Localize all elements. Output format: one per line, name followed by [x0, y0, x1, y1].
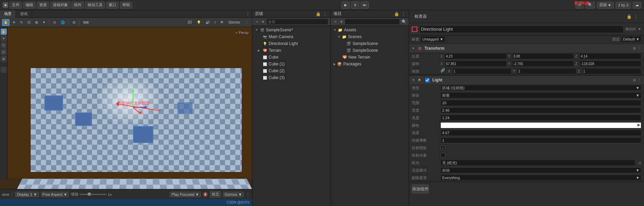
scene-more[interactable]: ⋮: [243, 19, 250, 26]
light-enable-checkbox[interactable]: [425, 78, 430, 82]
cloud-button[interactable]: ☁: [633, 2, 641, 9]
light-flare-dropdown[interactable]: 无 (眩光): [440, 160, 635, 166]
scene-options[interactable]: ⋮: [244, 12, 252, 16]
tag-dropdown[interactable]: Untagged ▼: [421, 36, 445, 42]
tab-scene[interactable]: 场景: [0, 10, 16, 18]
transform-action-2[interactable]: ⋮: [638, 46, 641, 51]
menu-help[interactable]: 帮助: [120, 2, 132, 9]
project-search-input[interactable]: [345, 19, 400, 25]
project-item-samplescene1[interactable]: 🎬 SampleScene: [331, 40, 409, 47]
tree-item-cube2[interactable]: ⬜ Cube (2): [252, 67, 330, 74]
tree-item-cube3[interactable]: ⬜ Cube (3): [252, 74, 330, 81]
transform-action-1[interactable]: ⚙: [633, 46, 636, 51]
left-tool-6[interactable]: ⋮: [1, 67, 7, 73]
play-button[interactable]: ▶: [342, 1, 350, 9]
tree-item-samplescene[interactable]: ▼ 🎬 SampleScene*: [252, 27, 330, 33]
left-tool-4[interactable]: ⊡: [1, 49, 7, 55]
light-range-input[interactable]: [440, 100, 641, 106]
aspect-dropdown[interactable]: Free Aspect ▼: [41, 192, 69, 197]
project-item-scenes[interactable]: ▼ 📁 Scenes: [331, 33, 409, 40]
light-toggle[interactable]: 💡: [195, 19, 203, 26]
light-shape-dropdown[interactable]: 矩形 ▼: [440, 92, 641, 98]
menu-edit[interactable]: 编辑: [23, 2, 35, 9]
rotate-tool[interactable]: ↻: [18, 19, 25, 26]
left-tool-3[interactable]: ↻: [1, 42, 7, 48]
inspector-more[interactable]: ⋮: [633, 14, 639, 19]
tree-item-terrain[interactable]: ▶ 🌄 Terrain: [252, 47, 330, 54]
grid-tool[interactable]: ⊞⊞: [81, 19, 90, 26]
project-item-assets[interactable]: ▼ 📁 Assets: [331, 27, 409, 33]
fx-toggle[interactable]: Ⅰ: [213, 19, 217, 26]
rot-x-input[interactable]: [445, 61, 507, 67]
pause-button[interactable]: ⏸: [351, 1, 359, 9]
tree-item-cube1[interactable]: ⬜ Cube (1): [252, 61, 330, 67]
scale-x-input[interactable]: [452, 68, 511, 74]
light-action-2[interactable]: ⋮: [638, 78, 641, 82]
pos-z-input[interactable]: [579, 53, 641, 59]
display-dropdown[interactable]: Display 1 ▼: [15, 192, 39, 197]
project-more[interactable]: ⋮: [401, 11, 406, 17]
static-dropdown[interactable]: ▼: [638, 27, 641, 31]
layout-value[interactable]: 2 by 3: [616, 2, 631, 9]
game-more[interactable]: ⋮: [246, 192, 250, 197]
project-lock[interactable]: 🔒: [394, 11, 399, 17]
pos-x-input[interactable]: [445, 53, 507, 59]
hierarchy-search-input[interactable]: [266, 19, 328, 25]
play-mode-dropdown[interactable]: Play Focused ▼: [170, 192, 201, 197]
light-indirect-input[interactable]: [440, 137, 641, 143]
scale-z-input[interactable]: [582, 68, 641, 74]
project-add[interactable]: +: [333, 19, 338, 25]
transform-tool[interactable]: ✦: [41, 19, 47, 26]
mute-icon[interactable]: 🔇: [203, 192, 208, 197]
audio-toggle[interactable]: 🔊: [204, 19, 211, 26]
status-btn[interactable]: 状态: [210, 191, 221, 197]
pos-y-input[interactable]: [512, 53, 574, 59]
menu-movetool[interactable]: 移动工具: [85, 2, 105, 9]
light-color-picker[interactable]: ▶: [440, 122, 641, 128]
rect-tool[interactable]: ⊞: [33, 19, 40, 26]
tree-item-cube0[interactable]: ⬜ Cube: [252, 54, 330, 61]
project-item-newterrain[interactable]: 🌄 New Terrain: [331, 54, 409, 61]
light-castshadows-checkbox[interactable]: [440, 145, 445, 150]
scale-y-input[interactable]: [517, 68, 576, 74]
light-header[interactable]: ▼ ☀ Light ⚙ ⋮: [409, 76, 644, 84]
step-button[interactable]: ⏭: [361, 1, 369, 9]
transform-header[interactable]: ▼ ⊞ Transform ⚙ ⋮: [409, 44, 644, 52]
project-item-samplescene2[interactable]: 🎬 SampleScene: [331, 47, 409, 54]
tree-item-directionallight[interactable]: 💡 Directional Light: [252, 40, 330, 47]
hierarchy-lock[interactable]: 🔒: [315, 11, 321, 17]
light-type-dropdown[interactable]: 区域 (仅烘焙) ▼: [440, 85, 641, 91]
light-action-1[interactable]: ⚙: [633, 78, 636, 82]
light-culling-dropdown[interactable]: Everything ▼: [440, 175, 641, 181]
tree-item-maincamera[interactable]: 📷 Main Camera: [252, 33, 330, 40]
project-item-packages[interactable]: ▶ 📦 Packages: [331, 61, 409, 67]
light-intensity-input[interactable]: [440, 130, 641, 136]
scale-tool[interactable]: ⊡: [26, 19, 32, 26]
hand-tool[interactable]: ✋: [2, 19, 10, 26]
light-width-input[interactable]: [440, 107, 641, 113]
hierarchy-add[interactable]: +: [254, 19, 260, 25]
light-flare-select[interactable]: ⊙: [638, 161, 641, 165]
menu-assets[interactable]: 资源: [37, 2, 49, 9]
layout-selector[interactable]: 层级 ▼: [597, 2, 614, 9]
light-rendermode-dropdown[interactable]: 自动 ▼: [440, 167, 641, 173]
add-component-button[interactable]: 添加组件: [412, 185, 429, 193]
left-tool-5[interactable]: ⊞: [1, 56, 7, 62]
rot-y-input[interactable]: [512, 61, 574, 67]
object-enable-checkbox[interactable]: [412, 27, 417, 32]
zoom-slider[interactable]: [79, 194, 107, 195]
left-tool-1[interactable]: ✋: [1, 29, 7, 35]
pivot-tool[interactable]: ⊙: [51, 19, 58, 26]
light-height-input[interactable]: [440, 115, 641, 121]
scene-viewport[interactable]: ✋ ✛ ↻ ⊡ ⊞ ⋮: [0, 27, 252, 189]
tab-game[interactable]: 游戏: [16, 10, 32, 18]
hierarchy-more[interactable]: ⋮: [322, 11, 328, 17]
project-search-btn[interactable]: 🔍: [401, 19, 407, 25]
menu-window[interactable]: 窗口: [106, 2, 119, 9]
light-drawhalo-checkbox[interactable]: [440, 153, 445, 158]
object-name-field[interactable]: [419, 26, 624, 33]
gizmos-btn-game[interactable]: Gizmos ▼: [223, 192, 244, 197]
hidden-toggle[interactable]: 👁: [219, 19, 225, 26]
gizmos-btn[interactable]: Gizmos: [227, 19, 242, 26]
left-tool-2[interactable]: ✛: [1, 35, 7, 42]
